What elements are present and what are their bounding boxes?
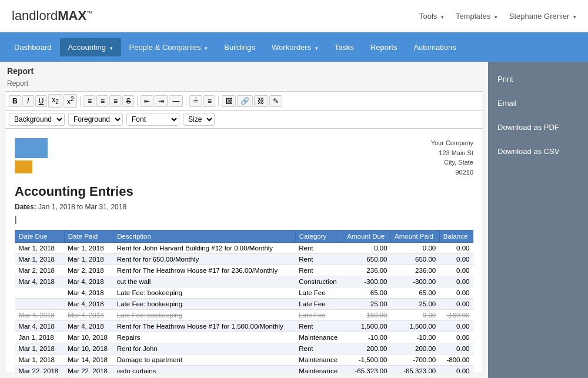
unlink-button[interactable]: ⛓: [254, 95, 268, 107]
nav-reports[interactable]: Reports: [362, 38, 406, 56]
toolbar-separator-1: [80, 96, 81, 106]
nav-workorders[interactable]: Workorders ▾: [263, 38, 326, 56]
tools-arrow-icon: ▾: [441, 14, 444, 20]
main-content: Report Report B I U x2 x2 ≡ ≡ ≡ S ⇤ ⇥ — …: [0, 62, 588, 378]
subscript-button[interactable]: x2: [48, 94, 62, 107]
col-description: Description: [113, 230, 295, 243]
align-center-button[interactable]: ≡: [96, 95, 108, 107]
table-row: Mar 4, 2018Late Fee: bookeepingLate Fee6…: [15, 287, 473, 299]
logo-orange-block: [15, 160, 32, 173]
align-left-button[interactable]: ≡: [83, 95, 95, 107]
nav-automations[interactable]: Automations: [405, 38, 464, 56]
col-date-paid: Date Paid: [64, 230, 113, 243]
table-row: Mar 4, 2018Late Fee: bookeepingLate Fee2…: [15, 299, 473, 310]
user-menu-link[interactable]: Stephane Grenier ▾: [509, 12, 576, 21]
download-csv-button[interactable]: Download as CSV: [488, 140, 588, 163]
templates-arrow-icon: ▾: [495, 14, 497, 20]
company-name: Your Company: [431, 138, 473, 148]
company-header: Your Company 123 Main St City, State 902…: [15, 138, 473, 177]
col-date-due: Date Due: [15, 230, 65, 243]
top-header: landlordMAX™ Tools ▾ Templates ▾ Stephan…: [0, 0, 588, 32]
nav-buildings[interactable]: Buildings: [216, 38, 263, 56]
clean-format-button[interactable]: ✎: [269, 95, 282, 107]
strikethrough-button[interactable]: S: [122, 95, 134, 107]
table-row: Jan 1, 2018Mar 10, 2018RepairsMaintenanc…: [15, 332, 473, 343]
download-pdf-button[interactable]: Download as PDF: [488, 116, 588, 139]
company-address: 123 Main St: [431, 148, 473, 158]
toolbar-row2: Background Foreground Font Size: [5, 111, 483, 129]
col-amount-due: Amount Due: [343, 230, 391, 243]
table-row: Mar 4, 2018Mar 4, 2018Late Fee: bookeepi…: [15, 310, 473, 321]
ordered-list-button[interactable]: ≟: [189, 95, 202, 107]
image-button[interactable]: 🖼: [222, 95, 236, 107]
company-info: Your Company 123 Main St City, State 902…: [431, 138, 473, 177]
col-amount-paid: Amount Paid: [391, 230, 440, 243]
people-arrow-icon: ▾: [205, 45, 208, 51]
table-row: Mar 4, 2018Mar 4, 2018cut the wallConstr…: [15, 276, 473, 287]
nav-tasks[interactable]: Tasks: [326, 38, 362, 56]
nav-people-companies[interactable]: People & Companies ▾: [121, 38, 216, 56]
table-row: Mar 1, 2018Mar 14, 2018Damage to apartme…: [15, 354, 473, 366]
report-dates: Dates: Jan 1, 2018 to Mar 31, 2018: [15, 203, 473, 211]
editor-toolbar: B I U x2 x2 ≡ ≡ ≡ S ⇤ ⇥ — ≟ ≡ 🖼 🔗 ⛓ ✎: [5, 91, 483, 111]
logo-blue-block: [15, 138, 48, 158]
toolbar-separator-2: [137, 96, 138, 106]
report-title: Report: [0, 62, 488, 78]
nav-dashboard[interactable]: Dashboard: [6, 38, 60, 56]
report-table: Date Due Date Paid Description Category …: [15, 230, 473, 373]
col-balance: Balance: [439, 230, 473, 243]
accounting-arrow-icon: ▾: [110, 45, 113, 51]
unordered-list-button[interactable]: ≡: [203, 95, 215, 107]
company-zip: 90210: [431, 168, 473, 178]
report-panel: Report Report B I U x2 x2 ≡ ≡ ≡ S ⇤ ⇥ — …: [0, 62, 488, 378]
company-logo: [15, 138, 62, 173]
dates-label: Dates:: [15, 203, 36, 211]
nav-bar: Dashboard Accounting ▾ People & Companie…: [0, 32, 588, 62]
email-button[interactable]: Email: [488, 92, 588, 115]
table-row: Mar 1, 2018Mar 1, 2018Rent for John Harv…: [15, 243, 473, 254]
align-right-button[interactable]: ≡: [109, 95, 121, 107]
indent-less-button[interactable]: ⇤: [141, 95, 153, 107]
toolbar-separator-4: [218, 96, 219, 106]
right-sidebar: Print Email Download as PDF Download as …: [488, 62, 588, 378]
size-select[interactable]: Size: [183, 113, 215, 126]
table-row: Mar 4, 2018Mar 4, 2018Rent for The Heath…: [15, 321, 473, 332]
dates-value: Jan 1, 2018 to Mar 31, 2018: [38, 203, 126, 211]
underline-button[interactable]: U: [35, 95, 48, 107]
table-header-row: Date Due Date Paid Description Category …: [15, 230, 473, 243]
report-subtitle: Report: [0, 78, 488, 91]
hr-button[interactable]: —: [169, 95, 183, 107]
table-row: Mar 1, 2018Mar 10, 2018Rent for JohnRent…: [15, 343, 473, 354]
report-heading: Accounting Entries: [15, 184, 473, 199]
table-row: Mar 2, 2018Mar 2, 2018Rent for The Heath…: [15, 265, 473, 276]
foreground-select[interactable]: Foreground: [68, 113, 123, 126]
report-cursor: |: [15, 215, 473, 224]
company-city-state: City, State: [431, 158, 473, 168]
nav-accounting[interactable]: Accounting ▾: [60, 38, 121, 56]
indent-more-button[interactable]: ⇥: [155, 95, 168, 107]
print-button[interactable]: Print: [488, 68, 588, 91]
templates-link[interactable]: Templates ▾: [456, 12, 497, 21]
workorders-arrow-icon: ▾: [315, 45, 318, 51]
superscript-button[interactable]: x2: [64, 94, 78, 108]
bold-button[interactable]: B: [9, 95, 21, 107]
italic-button[interactable]: I: [22, 95, 34, 107]
link-button[interactable]: 🔗: [237, 95, 253, 107]
font-select[interactable]: Font: [126, 113, 179, 126]
user-arrow-icon: ▾: [573, 14, 576, 20]
tools-link[interactable]: Tools ▾: [419, 12, 444, 21]
app-logo: landlordMAX™: [12, 8, 92, 24]
table-row: Mar 1, 2018Mar 1, 2018Rent for for 650.0…: [15, 254, 473, 265]
toolbar-separator-3: [186, 96, 186, 106]
background-select[interactable]: Background: [9, 113, 65, 126]
report-content: Your Company 123 Main St City, State 902…: [5, 129, 483, 373]
top-nav: Tools ▾ Templates ▾ Stephane Grenier ▾: [419, 12, 576, 21]
col-category: Category: [295, 230, 343, 243]
table-row: Mar 22, 2018Mar 22, 2018redo curtainsMai…: [15, 366, 473, 374]
